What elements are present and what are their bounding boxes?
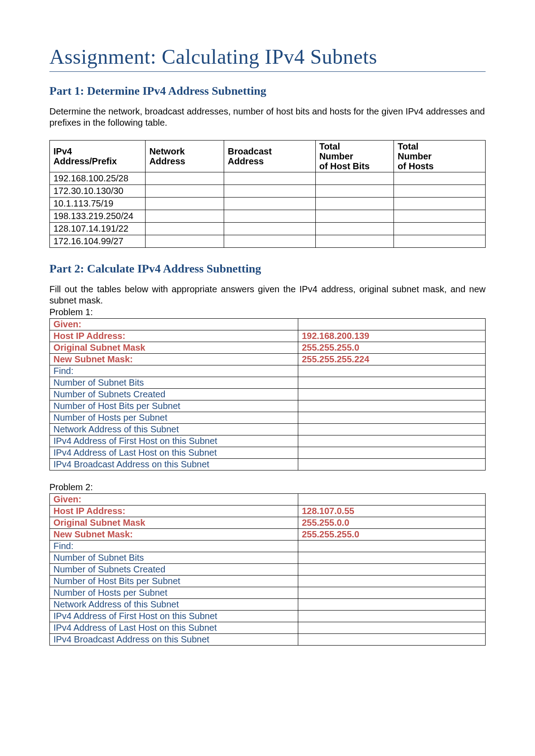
cell-prefix: 172.16.104.99/27 bbox=[50, 235, 146, 248]
cell-label: Find: bbox=[50, 365, 298, 377]
cell-label: Find: bbox=[50, 541, 298, 552]
cell-value bbox=[298, 599, 485, 611]
cell-value bbox=[298, 377, 485, 389]
cell-value: 255.255.255.0 bbox=[298, 342, 485, 354]
cell-broadcast bbox=[224, 235, 315, 248]
cell-label: IPv4 Address of Last Host on this Subnet bbox=[50, 622, 298, 634]
cell-prefix: 172.30.10.130/30 bbox=[50, 185, 146, 198]
cell-network bbox=[146, 235, 224, 248]
cell-hostbits bbox=[315, 235, 394, 248]
cell-hosts bbox=[394, 185, 486, 198]
row-hosts-per: Number of Hosts per Subnet bbox=[50, 587, 486, 599]
cell-label: IPv4 Broadcast Address on this Subnet bbox=[50, 459, 298, 470]
cell-label: Number of Host Bits per Subnet bbox=[50, 576, 298, 587]
row-find: Find: bbox=[50, 365, 486, 377]
col-header-text: Address bbox=[149, 156, 185, 166]
cell-value bbox=[298, 400, 485, 412]
cell-label: Number of Hosts per Subnet bbox=[50, 412, 298, 424]
title-rule bbox=[49, 71, 486, 72]
cell-value: 128.107.0.55 bbox=[298, 505, 485, 517]
cell-value: 255.255.255.224 bbox=[298, 354, 485, 365]
row-host-ip: Host IP Address:192.168.200.139 bbox=[50, 330, 486, 342]
row-first-host: IPv4 Address of First Host on this Subne… bbox=[50, 611, 486, 622]
cell-label: Network Address of this Subnet bbox=[50, 424, 298, 435]
row-net-addr: Network Address of this Subnet bbox=[50, 424, 486, 435]
row-orig-mask: Original Subnet Mask255.255.0.0 bbox=[50, 517, 486, 529]
cell-label: Original Subnet Mask bbox=[50, 342, 298, 354]
cell-value bbox=[298, 564, 485, 576]
row-last-host: IPv4 Address of Last Host on this Subnet bbox=[50, 622, 486, 634]
cell-label: Given: bbox=[50, 319, 298, 330]
cell-value bbox=[298, 587, 485, 599]
table-row: 10.1.113.75/19 bbox=[50, 198, 486, 210]
col-header-text: Number bbox=[319, 151, 354, 161]
part1-heading: Part 1: Determine IPv4 Address Subnettin… bbox=[49, 84, 486, 98]
row-subnet-bits: Number of Subnet Bits bbox=[50, 377, 486, 389]
table-row: 198.133.219.250/24 bbox=[50, 210, 486, 223]
row-subnets-created: Number of Subnets Created bbox=[50, 389, 486, 400]
row-find: Find: bbox=[50, 541, 486, 552]
cell-value bbox=[298, 634, 485, 646]
cell-label: Original Subnet Mask bbox=[50, 517, 298, 529]
col-header-text: Total bbox=[398, 141, 418, 151]
cell-label: New Subnet Mask: bbox=[50, 529, 298, 541]
cell-hosts bbox=[394, 210, 486, 223]
row-first-host: IPv4 Address of First Host on this Subne… bbox=[50, 435, 486, 447]
cell-hosts bbox=[394, 223, 486, 235]
col-header-text: Broadcast bbox=[228, 146, 272, 156]
cell-hostbits bbox=[315, 223, 394, 235]
cell-label: New Subnet Mask: bbox=[50, 354, 298, 365]
cell-network bbox=[146, 198, 224, 210]
row-given: Given: bbox=[50, 319, 486, 330]
cell-network bbox=[146, 172, 224, 185]
cell-value: 255.255.255.0 bbox=[298, 529, 485, 541]
cell-value: 255.255.0.0 bbox=[298, 517, 485, 529]
cell-label: Number of Subnet Bits bbox=[50, 377, 298, 389]
cell-value bbox=[298, 412, 485, 424]
row-orig-mask: Original Subnet Mask255.255.255.0 bbox=[50, 342, 486, 354]
cell-value bbox=[298, 611, 485, 622]
cell-hosts bbox=[394, 198, 486, 210]
cell-prefix: 198.133.219.250/24 bbox=[50, 210, 146, 223]
col-header-text: Network bbox=[149, 146, 185, 156]
cell-label: Number of Subnets Created bbox=[50, 389, 298, 400]
col-header-text: of Host Bits bbox=[319, 161, 370, 171]
cell-label: IPv4 Address of Last Host on this Subnet bbox=[50, 447, 298, 459]
col-header-hosts: Total Number of Hosts bbox=[394, 141, 486, 172]
cell-label: Number of Host Bits per Subnet bbox=[50, 400, 298, 412]
col-header-text: Address bbox=[228, 156, 264, 166]
cell-value bbox=[298, 435, 485, 447]
cell-label: Host IP Address: bbox=[50, 330, 298, 342]
cell-prefix: 192.168.100.25/28 bbox=[50, 172, 146, 185]
cell-value: 192.168.200.139 bbox=[298, 330, 485, 342]
cell-value bbox=[298, 494, 485, 505]
cell-value bbox=[298, 552, 485, 564]
col-header-broadcast: Broadcast Address bbox=[224, 141, 315, 172]
col-header-hostbits: Total Number of Host Bits bbox=[315, 141, 394, 172]
row-bcast-addr: IPv4 Broadcast Address on this Subnet bbox=[50, 459, 486, 470]
cell-value bbox=[298, 622, 485, 634]
part2-instructions: Fill out the tables below with appropria… bbox=[49, 284, 486, 306]
problem-table: Given:Host IP Address:128.107.0.55Origin… bbox=[49, 493, 486, 646]
cell-label: Given: bbox=[50, 494, 298, 505]
cell-label: Host IP Address: bbox=[50, 505, 298, 517]
cell-broadcast bbox=[224, 198, 315, 210]
problem-label: Problem 2: bbox=[49, 482, 486, 492]
col-header-text: Number bbox=[398, 151, 432, 161]
col-header-network: Network Address bbox=[146, 141, 224, 172]
table-row: 192.168.100.25/28 bbox=[50, 172, 486, 185]
cell-value bbox=[298, 541, 485, 552]
table-row: 172.16.104.99/27 bbox=[50, 235, 486, 248]
cell-broadcast bbox=[224, 210, 315, 223]
cell-broadcast bbox=[224, 185, 315, 198]
cell-value bbox=[298, 389, 485, 400]
cell-broadcast bbox=[224, 223, 315, 235]
part1-table: IPv4 Address/Prefix Network Address Broa… bbox=[49, 140, 486, 248]
col-header-text: IPv4 bbox=[53, 146, 72, 156]
col-header-text: Address/Prefix bbox=[53, 156, 117, 166]
cell-network bbox=[146, 185, 224, 198]
cell-prefix: 128.107.14.191/22 bbox=[50, 223, 146, 235]
row-subnet-bits: Number of Subnet Bits bbox=[50, 552, 486, 564]
row-host-bits: Number of Host Bits per Subnet bbox=[50, 576, 486, 587]
row-host-bits: Number of Host Bits per Subnet bbox=[50, 400, 486, 412]
